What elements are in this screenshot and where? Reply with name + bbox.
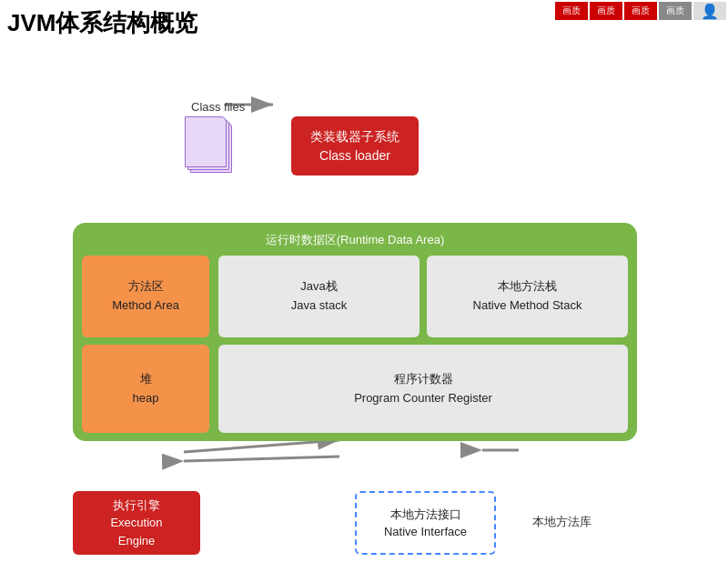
jvm-diagram: Class files 类装载器子系统 Class loader 运行时数据区(… [18, 45, 710, 555]
quality-btn-1[interactable]: 画质 [555, 2, 588, 20]
class-loader-line1: 类装载器子系统 [310, 127, 399, 146]
runtime-label: 运行时数据区(Runtime Data Area) [82, 232, 628, 248]
exec-engine-line3: Engine [118, 532, 155, 550]
method-area-line2: Method Area [112, 296, 179, 316]
native-stack-box: 本地方法栈 Native Method Stack [427, 256, 628, 337]
quality-btn-4[interactable]: 画质 [659, 2, 692, 20]
runtime-data-area: 运行时数据区(Runtime Data Area) 方法区 Method Are… [73, 223, 637, 441]
class-files-label: Class files [191, 100, 245, 114]
program-counter-line2: Program Counter Register [354, 389, 492, 408]
native-stack-line2: Native Method Stack [473, 296, 582, 316]
exec-engine-line2: Execution [110, 514, 162, 532]
quality-btn-3[interactable]: 画质 [624, 2, 657, 20]
top-right-row: Java栈 Java stack 本地方法栈 Native Method Sta… [218, 256, 628, 337]
java-stack-box: Java栈 Java stack [218, 256, 420, 337]
native-stack-line1: 本地方法栈 [498, 277, 557, 296]
heap-box: 堆 heap [82, 345, 209, 433]
quality-btn-2[interactable]: 画质 [590, 2, 622, 20]
left-column: 方法区 Method Area 堆 heap [82, 256, 209, 433]
heap-line2: heap [133, 389, 159, 408]
right-column: Java栈 Java stack 本地方法栈 Native Method Sta… [218, 256, 628, 433]
heap-line1: 堆 [140, 370, 152, 389]
program-counter-line1: 程序计数器 [394, 370, 453, 389]
native-interface-line2: Native Interface [384, 523, 467, 541]
program-counter-box: 程序计数器 Program Counter Register [218, 345, 628, 433]
native-interface-box: 本地方法接口 Native Interface [355, 491, 496, 555]
execution-engine-box: 执行引擎 Execution Engine [73, 491, 200, 555]
page-title: JVM体系结构概览 [7, 7, 197, 39]
method-area-line1: 方法区 [128, 277, 164, 296]
native-interface-line1: 本地方法接口 [390, 506, 461, 524]
avatar-icon: 👤 [693, 2, 726, 20]
native-lib-label: 本地方法库 [532, 514, 592, 530]
java-stack-line2: Java stack [291, 296, 347, 316]
bottom-section: 执行引擎 Execution Engine 本地方法接口 Native Inte… [73, 464, 710, 562]
top-bar: 画质 画质 画质 画质 👤 [553, 0, 728, 22]
class-loader-box: 类装载器子系统 Class loader [291, 116, 419, 176]
java-stack-line1: Java栈 [300, 277, 337, 296]
method-area-box: 方法区 Method Area [82, 256, 209, 337]
class-loader-line2: Class loader [319, 146, 390, 166]
class-files-icon [185, 116, 235, 176]
exec-engine-line1: 执行引擎 [113, 497, 160, 515]
runtime-inner: 方法区 Method Area 堆 heap Java栈 Java stack … [82, 256, 628, 433]
